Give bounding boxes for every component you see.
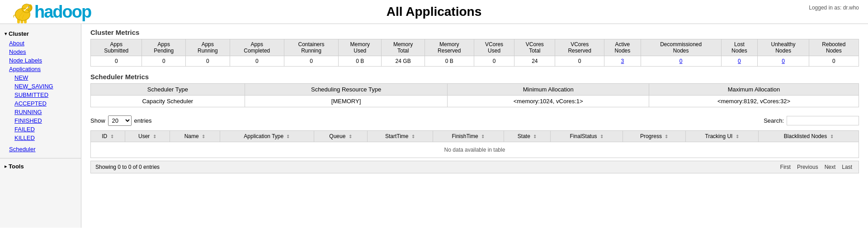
- col-unhealthy-nodes: UnhealthyNodes: [758, 39, 809, 56]
- scheduler-link[interactable]: Scheduler: [9, 146, 36, 153]
- val-lost-nodes[interactable]: 0: [721, 56, 758, 67]
- pagination-row: Showing 0 to 0 of 0 entries First Previo…: [90, 161, 859, 173]
- val-scheduling-resource-type: [MEMORY]: [245, 96, 448, 107]
- sidebar-item-about[interactable]: About: [0, 39, 81, 48]
- val-rebooted-nodes: 0: [809, 56, 859, 67]
- col-tracking-ui[interactable]: Tracking UI ⇕: [685, 131, 758, 142]
- col-start-time[interactable]: StartTime ⇕: [367, 131, 433, 142]
- val-minimum-allocation: <memory:1024, vCores:1>: [448, 96, 649, 107]
- killed-link[interactable]: KILLED: [14, 134, 35, 141]
- applications-link[interactable]: Applications: [9, 66, 41, 72]
- sidebar-item-submitted[interactable]: SUBMITTED: [0, 91, 81, 99]
- running-link[interactable]: RUNNING: [14, 109, 42, 115]
- col-lost-nodes: LostNodes: [721, 39, 758, 56]
- blacklisted-sort-icon: ⇕: [830, 134, 834, 139]
- val-containers-running: 0: [284, 56, 338, 67]
- login-info: Logged in as: dr.who: [809, 5, 859, 11]
- col-queue[interactable]: Queue ⇕: [314, 131, 368, 142]
- sidebar-item-failed[interactable]: FAILED: [0, 125, 81, 134]
- col-final-status[interactable]: FinalStatus ⇕: [551, 131, 623, 142]
- first-button[interactable]: First: [778, 163, 793, 171]
- new-link[interactable]: NEW: [14, 74, 28, 81]
- active-nodes-link[interactable]: 3: [621, 58, 624, 64]
- col-scheduling-resource-type: Scheduling Resource Type: [245, 84, 448, 96]
- sidebar-tools-section[interactable]: ▸ Tools: [0, 161, 81, 172]
- sidebar-tools-label: Tools: [9, 163, 24, 170]
- logo-area: hadoop: [9, 0, 91, 25]
- node-labels-link[interactable]: Node Labels: [9, 57, 42, 64]
- scheduler-metrics-table: Scheduler Type Scheduling Resource Type …: [90, 83, 859, 107]
- val-maximum-allocation: <memory:8192, vCores:32>: [649, 96, 859, 107]
- decommissioned-nodes-link[interactable]: 0: [679, 58, 683, 64]
- finished-link[interactable]: FINISHED: [14, 117, 42, 124]
- search-label: Search:: [764, 117, 784, 124]
- col-apps-pending: AppsPending: [142, 39, 186, 56]
- last-button[interactable]: Last: [840, 163, 854, 171]
- search-input[interactable]: [787, 116, 859, 125]
- val-unhealthy-nodes[interactable]: 0: [758, 56, 809, 67]
- sidebar-cluster-label: Cluster: [9, 30, 29, 37]
- submitted-link[interactable]: SUBMITTED: [14, 91, 48, 98]
- sidebar-item-new[interactable]: NEW: [0, 73, 81, 82]
- about-link[interactable]: About: [9, 40, 24, 47]
- sidebar-item-accepted[interactable]: ACCEPTED: [0, 99, 81, 108]
- col-blacklisted-nodes[interactable]: Blacklisted Nodes ⇕: [759, 131, 859, 142]
- finalstatus-sort-icon: ⇕: [600, 134, 604, 139]
- show-entries-row: Show 10 20 25 50 100 entries Search:: [90, 114, 859, 128]
- failed-link[interactable]: FAILED: [14, 126, 35, 133]
- sidebar-item-running[interactable]: RUNNING: [0, 108, 81, 116]
- show-entries-right: Search:: [764, 116, 859, 125]
- new-saving-link[interactable]: NEW_SAVING: [14, 83, 53, 90]
- no-data-message: No data available in table: [91, 142, 859, 158]
- val-active-nodes[interactable]: 3: [604, 56, 641, 67]
- previous-button[interactable]: Previous: [795, 163, 820, 171]
- col-progress[interactable]: Progress ⇕: [623, 131, 686, 142]
- content-area: Cluster Metrics AppsSubmitted AppsPendin…: [81, 24, 868, 228]
- col-vcores-used: VCoresUsed: [474, 39, 514, 56]
- sidebar-item-applications[interactable]: Applications: [0, 65, 81, 73]
- no-data-row: No data available in table: [91, 142, 859, 158]
- id-sort-icon: ⇕: [110, 134, 114, 139]
- col-minimum-allocation: Minimum Allocation: [448, 84, 649, 96]
- col-name[interactable]: Name ⇕: [170, 131, 220, 142]
- page-title: All Applications: [387, 5, 482, 19]
- nodes-link[interactable]: Nodes: [9, 48, 26, 55]
- cluster-metrics-table: AppsSubmitted AppsPending AppsRunning Ap…: [90, 39, 859, 67]
- val-vcores-total: 24: [514, 56, 555, 67]
- lost-nodes-link[interactable]: 0: [738, 58, 741, 64]
- starttime-sort-icon: ⇕: [411, 134, 415, 139]
- val-vcores-used: 0: [474, 56, 514, 67]
- col-memory-total: MemoryTotal: [382, 39, 425, 56]
- show-entries-left: Show 10 20 25 50 100 entries: [90, 115, 152, 126]
- sidebar-item-finished[interactable]: FINISHED: [0, 116, 81, 125]
- cluster-metrics-row: 0 0 0 0 0 0 B 24 GB 0 B 0 24 0 3 0 0 0 0: [91, 56, 859, 67]
- sidebar-item-killed[interactable]: KILLED: [0, 134, 81, 142]
- sidebar-item-nodes[interactable]: Nodes: [0, 48, 81, 56]
- col-user[interactable]: User ⇕: [125, 131, 170, 142]
- col-id[interactable]: ID ⇕: [91, 131, 125, 142]
- next-button[interactable]: Next: [823, 163, 838, 171]
- col-finish-time[interactable]: FinishTime ⇕: [433, 131, 504, 142]
- sidebar-item-new-saving[interactable]: NEW_SAVING: [0, 82, 81, 91]
- entries-select[interactable]: 10 20 25 50 100: [108, 115, 132, 126]
- val-memory-reserved: 0 B: [425, 56, 474, 67]
- col-application-type[interactable]: Application Type ⇕: [220, 131, 314, 142]
- col-maximum-allocation: Maximum Allocation: [649, 84, 859, 96]
- col-memory-reserved: MemoryReserved: [425, 39, 474, 56]
- val-decommissioned-nodes[interactable]: 0: [641, 56, 721, 67]
- sidebar-item-node-labels[interactable]: Node Labels: [0, 56, 81, 65]
- col-state[interactable]: State ⇕: [504, 131, 551, 142]
- col-scheduler-type: Scheduler Type: [91, 84, 245, 96]
- unhealthy-nodes-link[interactable]: 0: [782, 58, 785, 64]
- main-layout: ▾ Cluster About Nodes Node Labels Applic…: [0, 24, 868, 228]
- entries-label: entries: [134, 117, 152, 124]
- trackingui-sort-icon: ⇕: [736, 134, 739, 139]
- name-sort-icon: ⇕: [202, 134, 205, 139]
- svg-rect-6: [21, 19, 24, 24]
- hadoop-elephant-icon: [9, 0, 36, 25]
- sidebar-item-scheduler[interactable]: Scheduler: [0, 145, 81, 153]
- val-vcores-reserved: 0: [555, 56, 604, 67]
- accepted-link[interactable]: ACCEPTED: [14, 100, 47, 107]
- col-vcores-total: VCoresTotal: [514, 39, 555, 56]
- sidebar-cluster-section[interactable]: ▾ Cluster: [0, 29, 81, 39]
